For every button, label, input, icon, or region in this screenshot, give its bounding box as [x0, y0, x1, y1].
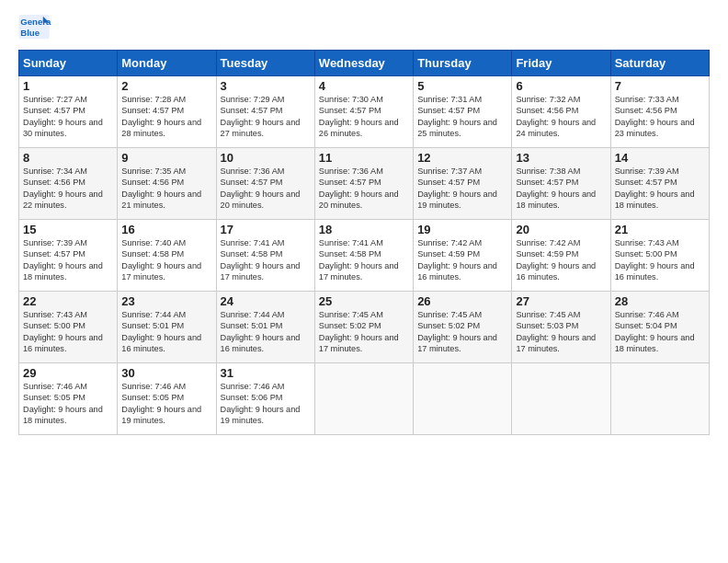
cell-info: Sunrise: 7:36 AMSunset: 4:57 PMDaylight:…	[319, 167, 399, 210]
day-number: 8	[23, 151, 113, 165]
calendar-cell: 26Sunrise: 7:45 AMSunset: 5:02 PMDayligh…	[414, 292, 512, 363]
cell-info: Sunrise: 7:44 AMSunset: 5:01 PMDaylight:…	[221, 310, 301, 353]
day-number: 22	[23, 294, 113, 308]
calendar-cell: 12Sunrise: 7:37 AMSunset: 4:57 PMDayligh…	[414, 148, 512, 220]
cell-info: Sunrise: 7:31 AMSunset: 4:57 PMDaylight:…	[417, 95, 497, 138]
cell-info: Sunrise: 7:39 AMSunset: 4:57 PMDaylight:…	[615, 167, 695, 210]
header-cell-saturday: Saturday	[610, 51, 709, 76]
day-number: 23	[121, 294, 211, 308]
cell-info: Sunrise: 7:46 AMSunset: 5:04 PMDaylight:…	[615, 310, 695, 353]
day-number: 13	[516, 151, 606, 165]
cell-info: Sunrise: 7:36 AMSunset: 4:57 PMDaylight:…	[221, 167, 301, 210]
svg-text:Blue: Blue	[20, 28, 40, 38]
day-number: 21	[615, 223, 705, 236]
calendar-cell: 28Sunrise: 7:46 AMSunset: 5:04 PMDayligh…	[610, 292, 709, 363]
day-number: 27	[516, 294, 606, 308]
logo-icon: General Blue	[18, 15, 51, 40]
calendar-cell: 7Sunrise: 7:33 AMSunset: 4:56 PMDaylight…	[610, 76, 709, 148]
header-cell-sunday: Sunday	[19, 51, 118, 76]
cell-info: Sunrise: 7:46 AMSunset: 5:05 PMDaylight:…	[23, 382, 103, 425]
calendar-cell: 8Sunrise: 7:34 AMSunset: 4:56 PMDaylight…	[19, 148, 118, 220]
calendar-cell: 4Sunrise: 7:30 AMSunset: 4:57 PMDaylight…	[314, 76, 413, 148]
calendar-cell: 25Sunrise: 7:45 AMSunset: 5:02 PMDayligh…	[314, 292, 413, 363]
cell-info: Sunrise: 7:42 AMSunset: 4:59 PMDaylight:…	[516, 238, 596, 282]
day-number: 1	[23, 79, 113, 93]
logo: General Blue	[18, 15, 53, 40]
cell-info: Sunrise: 7:41 AMSunset: 4:58 PMDaylight:…	[221, 238, 301, 282]
calendar-cell: 14Sunrise: 7:39 AMSunset: 4:57 PMDayligh…	[610, 148, 709, 220]
cell-info: Sunrise: 7:38 AMSunset: 4:57 PMDaylight:…	[516, 167, 596, 210]
calendar-cell: 1Sunrise: 7:27 AMSunset: 4:57 PMDaylight…	[19, 76, 118, 148]
calendar-cell: 3Sunrise: 7:29 AMSunset: 4:57 PMDaylight…	[216, 76, 314, 148]
cell-info: Sunrise: 7:46 AMSunset: 5:06 PMDaylight:…	[221, 382, 301, 425]
calendar-cell: 6Sunrise: 7:32 AMSunset: 4:56 PMDaylight…	[512, 76, 610, 148]
day-number: 25	[319, 294, 409, 308]
cell-info: Sunrise: 7:45 AMSunset: 5:03 PMDaylight:…	[516, 310, 596, 353]
day-number: 9	[121, 151, 211, 165]
calendar-cell	[610, 363, 709, 435]
page: General Blue SundayMondayTuesdayWednesda…	[0, 0, 728, 444]
cell-info: Sunrise: 7:34 AMSunset: 4:56 PMDaylight:…	[23, 167, 103, 210]
cell-info: Sunrise: 7:41 AMSunset: 4:58 PMDaylight:…	[319, 238, 399, 282]
cell-info: Sunrise: 7:43 AMSunset: 5:00 PMDaylight:…	[615, 238, 695, 282]
calendar-cell: 10Sunrise: 7:36 AMSunset: 4:57 PMDayligh…	[216, 148, 314, 220]
calendar-table: SundayMondayTuesdayWednesdayThursdayFrid…	[18, 50, 710, 435]
day-number: 31	[221, 366, 311, 380]
calendar-week-4: 22Sunrise: 7:43 AMSunset: 5:00 PMDayligh…	[19, 292, 710, 363]
calendar-cell: 9Sunrise: 7:35 AMSunset: 4:56 PMDaylight…	[118, 148, 216, 220]
calendar-cell: 11Sunrise: 7:36 AMSunset: 4:57 PMDayligh…	[314, 148, 413, 220]
header-cell-wednesday: Wednesday	[314, 51, 413, 76]
cell-info: Sunrise: 7:43 AMSunset: 5:00 PMDaylight:…	[23, 310, 103, 353]
cell-info: Sunrise: 7:44 AMSunset: 5:01 PMDaylight:…	[121, 310, 201, 353]
calendar-header-row: SundayMondayTuesdayWednesdayThursdayFrid…	[19, 51, 710, 76]
calendar-cell: 29Sunrise: 7:46 AMSunset: 5:05 PMDayligh…	[19, 363, 118, 435]
calendar-cell: 21Sunrise: 7:43 AMSunset: 5:00 PMDayligh…	[610, 220, 709, 292]
day-number: 6	[516, 79, 606, 93]
header: General Blue	[18, 15, 710, 40]
day-number: 19	[417, 223, 507, 236]
calendar-week-2: 8Sunrise: 7:34 AMSunset: 4:56 PMDaylight…	[19, 148, 710, 220]
calendar-cell: 18Sunrise: 7:41 AMSunset: 4:58 PMDayligh…	[314, 220, 413, 292]
calendar-body: 1Sunrise: 7:27 AMSunset: 4:57 PMDaylight…	[19, 76, 710, 435]
day-number: 10	[221, 151, 311, 165]
day-number: 20	[516, 223, 606, 236]
header-cell-tuesday: Tuesday	[216, 51, 314, 76]
cell-info: Sunrise: 7:45 AMSunset: 5:02 PMDaylight:…	[319, 310, 399, 353]
header-cell-thursday: Thursday	[414, 51, 512, 76]
day-number: 24	[221, 294, 311, 308]
calendar-cell: 20Sunrise: 7:42 AMSunset: 4:59 PMDayligh…	[512, 220, 610, 292]
day-number: 11	[319, 151, 409, 165]
day-number: 26	[417, 294, 507, 308]
cell-info: Sunrise: 7:29 AMSunset: 4:57 PMDaylight:…	[221, 95, 301, 138]
cell-info: Sunrise: 7:27 AMSunset: 4:57 PMDaylight:…	[23, 95, 103, 138]
calendar-cell: 24Sunrise: 7:44 AMSunset: 5:01 PMDayligh…	[216, 292, 314, 363]
cell-info: Sunrise: 7:45 AMSunset: 5:02 PMDaylight:…	[417, 310, 497, 353]
cell-info: Sunrise: 7:40 AMSunset: 4:58 PMDaylight:…	[121, 238, 201, 282]
day-number: 4	[319, 79, 409, 93]
day-number: 3	[221, 79, 311, 93]
calendar-cell: 17Sunrise: 7:41 AMSunset: 4:58 PMDayligh…	[216, 220, 314, 292]
day-number: 30	[121, 366, 211, 380]
calendar-cell: 13Sunrise: 7:38 AMSunset: 4:57 PMDayligh…	[512, 148, 610, 220]
cell-info: Sunrise: 7:39 AMSunset: 4:57 PMDaylight:…	[23, 238, 103, 282]
calendar-cell: 2Sunrise: 7:28 AMSunset: 4:57 PMDaylight…	[118, 76, 216, 148]
cell-info: Sunrise: 7:46 AMSunset: 5:05 PMDaylight:…	[121, 382, 201, 425]
calendar-cell	[414, 363, 512, 435]
cell-info: Sunrise: 7:28 AMSunset: 4:57 PMDaylight:…	[121, 95, 201, 138]
calendar-cell	[512, 363, 610, 435]
cell-info: Sunrise: 7:35 AMSunset: 4:56 PMDaylight:…	[121, 167, 201, 210]
calendar-cell: 16Sunrise: 7:40 AMSunset: 4:58 PMDayligh…	[118, 220, 216, 292]
day-number: 5	[417, 79, 507, 93]
cell-info: Sunrise: 7:30 AMSunset: 4:57 PMDaylight:…	[319, 95, 399, 138]
day-number: 29	[23, 366, 113, 380]
day-number: 28	[615, 294, 705, 308]
header-cell-friday: Friday	[512, 51, 610, 76]
day-number: 14	[615, 151, 705, 165]
day-number: 15	[23, 223, 113, 236]
calendar-week-1: 1Sunrise: 7:27 AMSunset: 4:57 PMDaylight…	[19, 76, 710, 148]
cell-info: Sunrise: 7:32 AMSunset: 4:56 PMDaylight:…	[516, 95, 596, 138]
calendar-cell: 23Sunrise: 7:44 AMSunset: 5:01 PMDayligh…	[118, 292, 216, 363]
day-number: 17	[221, 223, 311, 236]
cell-info: Sunrise: 7:37 AMSunset: 4:57 PMDaylight:…	[417, 167, 497, 210]
day-number: 12	[417, 151, 507, 165]
